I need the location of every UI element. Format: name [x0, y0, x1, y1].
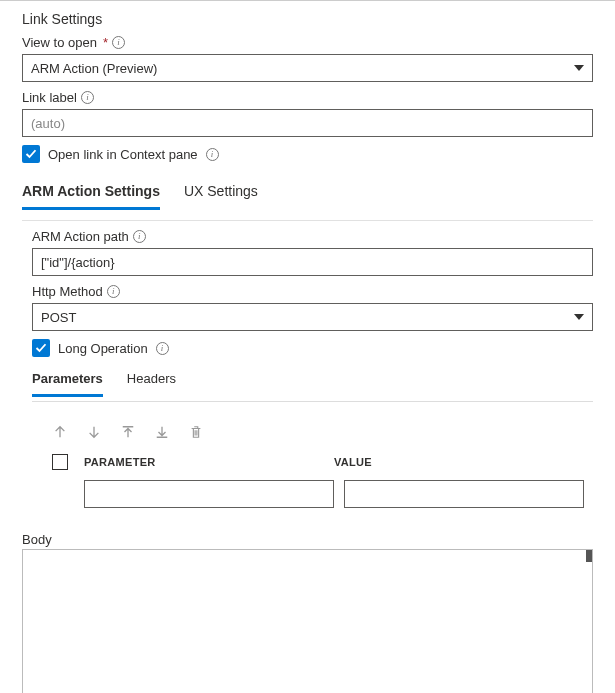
subtab-headers[interactable]: Headers: [127, 367, 176, 397]
parameter-input[interactable]: [84, 480, 334, 508]
check-icon: [25, 148, 37, 160]
value-input[interactable]: [344, 480, 584, 508]
delete-icon[interactable]: [188, 424, 204, 440]
body-textarea[interactable]: [22, 549, 593, 693]
scrollbar-handle[interactable]: [586, 550, 592, 562]
input-value: ["id"]/{action}: [41, 255, 115, 270]
view-to-open-select[interactable]: ARM Action (Preview): [22, 54, 593, 82]
required-asterisk: *: [103, 35, 108, 50]
info-icon[interactable]: i: [112, 36, 125, 49]
info-icon[interactable]: i: [81, 91, 94, 104]
long-operation-checkbox[interactable]: [32, 339, 50, 357]
section-title: Link Settings: [22, 11, 593, 27]
http-method-select[interactable]: POST: [32, 303, 593, 331]
move-top-icon[interactable]: [120, 424, 136, 440]
arm-path-input[interactable]: ["id"]/{action}: [32, 248, 593, 276]
move-down-icon[interactable]: [86, 424, 102, 440]
link-label-label: Link label i: [22, 90, 593, 105]
long-operation-label: Long Operation: [58, 341, 148, 356]
select-all-checkbox[interactable]: [52, 454, 68, 470]
body-label: Body: [22, 532, 593, 547]
label-text: Link label: [22, 90, 77, 105]
move-up-icon[interactable]: [52, 424, 68, 440]
tab-ux-settings[interactable]: UX Settings: [184, 177, 258, 210]
open-context-label: Open link in Context pane: [48, 147, 198, 162]
info-icon[interactable]: i: [133, 230, 146, 243]
subtab-parameters[interactable]: Parameters: [32, 367, 103, 397]
move-bottom-icon[interactable]: [154, 424, 170, 440]
chevron-down-icon: [574, 314, 584, 320]
check-icon: [35, 342, 47, 354]
link-label-input[interactable]: (auto): [22, 109, 593, 137]
view-to-open-label: View to open * i: [22, 35, 593, 50]
info-icon[interactable]: i: [107, 285, 120, 298]
info-icon[interactable]: i: [206, 148, 219, 161]
arm-path-label: ARM Action path i: [32, 229, 593, 244]
label-text: ARM Action path: [32, 229, 129, 244]
label-text: Http Method: [32, 284, 103, 299]
tab-arm-action-settings[interactable]: ARM Action Settings: [22, 177, 160, 210]
placeholder-text: (auto): [31, 116, 65, 131]
select-value: ARM Action (Preview): [31, 61, 157, 76]
column-header-value: VALUE: [334, 456, 593, 468]
chevron-down-icon: [574, 65, 584, 71]
http-method-label: Http Method i: [32, 284, 593, 299]
table-row: [32, 480, 593, 508]
label-text: View to open: [22, 35, 97, 50]
info-icon[interactable]: i: [156, 342, 169, 355]
column-header-parameter: PARAMETER: [84, 456, 334, 468]
tab-divider: [22, 220, 593, 221]
open-context-checkbox[interactable]: [22, 145, 40, 163]
select-value: POST: [41, 310, 76, 325]
subtab-divider: [32, 401, 593, 402]
